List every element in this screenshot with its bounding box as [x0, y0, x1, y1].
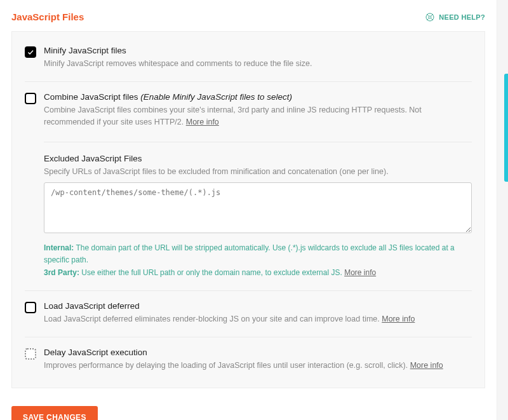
- option-delay: Delay JavaScript execution Improves perf…: [25, 337, 472, 383]
- minify-checkbox[interactable]: [25, 46, 36, 58]
- combine-more-info[interactable]: More info: [186, 118, 219, 126]
- save-button[interactable]: SAVE CHANGES: [11, 406, 98, 420]
- combine-desc-text: Combine JavaScript files combines your s…: [44, 105, 422, 126]
- excluded-desc: Specify URLs of JavaScript files to be e…: [44, 167, 472, 176]
- excluded-block: Excluded JavaScript Files Specify URLs o…: [44, 142, 472, 279]
- excluded-textarea[interactable]: [44, 182, 472, 233]
- option-defer: Load JavaScript deferred Load JavaScript…: [25, 291, 472, 337]
- excluded-notes: Internal: The domain part of the URL wil…: [44, 242, 472, 279]
- svg-line-5: [431, 18, 433, 20]
- page-title: JavaScript Files: [11, 11, 84, 22]
- delay-desc-text: Improves performance by delaying the loa…: [44, 361, 408, 370]
- defer-desc: Load JavaScript deferred eliminates rend…: [44, 313, 472, 325]
- excluded-more-info[interactable]: More info: [344, 268, 376, 277]
- note-3rdparty-label: 3rd Party:: [44, 268, 79, 277]
- note-internal-text: The domain part of the URL will be strip…: [44, 243, 455, 264]
- help-icon: [425, 12, 435, 22]
- need-help-label: NEED HELP?: [439, 13, 485, 21]
- minify-label: Minify JavaScript files: [44, 46, 472, 55]
- combine-desc: Combine JavaScript files combines your s…: [44, 104, 472, 128]
- svg-line-2: [427, 14, 429, 16]
- defer-label: Load JavaScript deferred: [44, 301, 472, 311]
- delay-label: Delay JavaScript execution: [44, 348, 472, 357]
- svg-point-1: [429, 16, 431, 18]
- right-gutter: [497, 0, 508, 420]
- defer-more-info[interactable]: More info: [382, 315, 415, 323]
- delay-more-info[interactable]: More info: [410, 361, 443, 370]
- combine-label: Combine JavaScript files (Enable Minify …: [44, 92, 472, 102]
- settings-panel: Minify JavaScript files Minify JavaScrip…: [11, 31, 485, 388]
- minify-desc: Minify JavaScript removes whitespace and…: [44, 58, 472, 70]
- defer-desc-text: Load JavaScript deferred eliminates rend…: [44, 315, 380, 323]
- option-minify: Minify JavaScript files Minify JavaScrip…: [25, 36, 472, 82]
- combine-checkbox[interactable]: [25, 93, 36, 104]
- need-help-link[interactable]: NEED HELP?: [425, 12, 485, 22]
- svg-line-3: [431, 14, 433, 16]
- defer-checkbox[interactable]: [25, 302, 36, 313]
- svg-line-4: [427, 18, 429, 20]
- delay-desc: Improves performance by delaying the loa…: [44, 360, 472, 372]
- option-combine: Combine JavaScript files (Enable Minify …: [25, 82, 472, 291]
- delay-checkbox: [25, 348, 36, 360]
- combine-label-text: Combine JavaScript files: [44, 92, 138, 102]
- combine-label-note: (Enable Minify JavaScript files to selec…: [140, 92, 292, 102]
- note-3rdparty-text: Use either the full URL path or only the…: [79, 268, 342, 277]
- note-internal-label: Internal:: [44, 243, 74, 252]
- scroll-indicator: [504, 74, 508, 182]
- excluded-title: Excluded JavaScript Files: [44, 154, 472, 163]
